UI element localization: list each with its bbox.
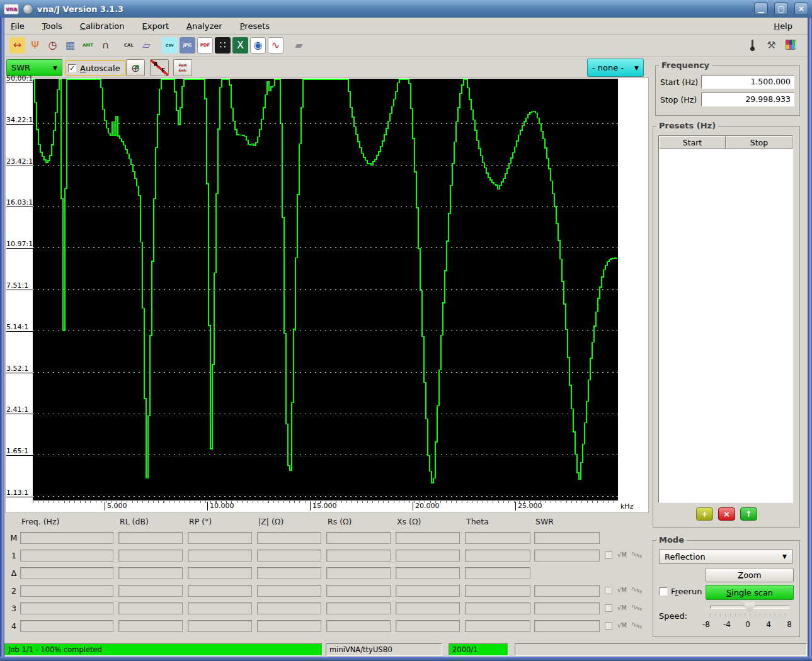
marker-value-field[interactable] [257,585,321,597]
export-jpg-icon[interactable]: JPG [180,37,195,54]
marker-value-field[interactable] [534,620,600,632]
marker-value-field[interactable] [326,602,391,614]
marker-value-field[interactable] [20,567,113,579]
marker-value-field[interactable] [465,567,530,579]
marker-value-field[interactable] [118,550,183,562]
export-xls-icon[interactable]: X [232,37,248,54]
scale-letters-icon[interactable]: AMT [80,37,96,54]
marker-value-field[interactable] [118,532,183,544]
marker-value-field[interactable] [257,602,321,614]
menu-export[interactable]: Export [142,21,169,31]
presets-stop-header[interactable]: Stop [726,136,792,149]
menu-analyzer[interactable]: Analyzer [186,21,222,31]
antenna-icon[interactable]: Ψ [27,37,43,54]
freerun-control[interactable]: Freerun [659,587,702,596]
marker-value-field[interactable] [118,567,183,579]
freerun-checkbox[interactable] [659,587,667,596]
rf-toggle-button[interactable]: R F [150,59,169,76]
menu-file[interactable]: File [11,21,25,31]
autoscale-control[interactable]: ✓ Autoscale [65,60,126,76]
window-menu-icon[interactable] [23,4,33,14]
smith-chart-button[interactable]: ⊕ [126,59,145,76]
stop-frequency-field[interactable]: 29.998.933 [701,93,794,106]
marker-value-field[interactable] [188,567,252,579]
start-frequency-field[interactable]: 1.500.000 [701,75,794,89]
calculator-icon[interactable]: ▦ [62,37,78,54]
marker-value-field[interactable] [534,585,600,597]
export-chart-icon[interactable]: ∿ [268,37,283,54]
marker-value-field[interactable] [118,602,183,614]
marker-enable-checkbox[interactable] [605,604,612,612]
marker-value-field[interactable] [20,532,113,544]
marker-value-field[interactable] [188,602,252,614]
export-sample-icon[interactable]: ∷ [215,37,231,54]
marker-value-field[interactable] [118,620,183,632]
close-button[interactable]: × [794,3,808,15]
marker-value-field[interactable] [465,550,530,562]
marker-value-field[interactable] [257,567,321,579]
title-bar[interactable]: vna vna/J Version 3.1.3 ▁ ▢ × [0,0,812,18]
temperature-icon[interactable] [745,37,760,54]
mode-select[interactable]: Reflection ▼ [659,549,792,564]
single-scan-button[interactable]: Single scan [706,585,794,600]
magnet-icon[interactable]: ∩ [98,37,113,54]
marker-value-field[interactable] [20,620,113,632]
presets-start-header[interactable]: Start [659,136,726,149]
tune-icon[interactable]: TUNE [631,621,643,629]
marker-value-field[interactable] [20,585,113,597]
marker-value-field[interactable] [188,532,252,544]
marker-value-field[interactable] [326,532,391,544]
delete-preset-button[interactable]: × [718,507,735,521]
port-extension-button[interactable]: Port Ext. [173,59,192,76]
clock-icon[interactable]: ◷ [45,37,60,54]
marker-value-field[interactable] [396,602,460,614]
marker-value-field[interactable] [465,585,530,597]
autoscale-checkbox[interactable]: ✓ [68,64,76,72]
add-preset-button[interactable]: + [696,507,713,521]
marker-value-field[interactable] [20,602,113,614]
presets-list[interactable] [658,135,793,503]
marker-value-field[interactable] [20,550,113,562]
marker-value-field[interactable] [326,585,391,597]
marker-value-field[interactable] [326,550,391,562]
sqrt-m-icon[interactable]: √M [617,604,627,611]
marker-value-field[interactable] [396,567,460,579]
marker-value-field[interactable] [534,532,600,544]
marker-value-field[interactable] [118,585,183,597]
eraser-icon[interactable]: ▰ [291,37,307,54]
menu-tools[interactable]: Tools [42,21,62,31]
minimize-button[interactable]: ▁ [754,3,768,15]
menu-calibration[interactable]: Calibration [80,21,125,31]
marker-value-field[interactable] [396,550,460,562]
marker-value-field[interactable] [326,567,391,579]
frequency-range-icon[interactable]: ↔ [9,37,25,54]
left-scale-select[interactable]: SWR ▼ [6,59,62,76]
marker-value-field[interactable] [396,532,460,544]
marker-value-field[interactable] [257,620,321,632]
marker-value-field[interactable] [188,585,252,597]
marker-enable-checkbox[interactable] [605,551,612,559]
settings-icon[interactable]: ⚒ [763,37,779,54]
marker-value-field[interactable] [396,620,460,632]
marker-value-field[interactable] [534,550,600,562]
export-pdf-icon[interactable]: PDF [197,37,213,54]
marker-value-field[interactable] [396,585,460,597]
zoom-button[interactable]: Zoom [706,568,794,582]
menu-help[interactable]: Help [774,21,792,31]
marker-value-field[interactable] [257,532,321,544]
load-preset-button[interactable]: ↑ [740,507,757,521]
marker-value-field[interactable] [326,620,391,632]
sqrt-m-icon[interactable]: √M [617,622,627,629]
tune-icon[interactable]: TUNE [631,604,643,611]
restore-button[interactable]: ▢ [774,3,788,15]
sqrt-m-icon[interactable]: √M [617,551,627,558]
tune-icon[interactable]: TUNE [631,586,643,594]
marker-value-field[interactable] [465,532,530,544]
marker-value-field[interactable] [257,550,321,562]
export-report-icon[interactable]: ◉ [250,37,266,54]
marker-value-field[interactable] [188,620,252,632]
marker-value-field[interactable] [465,620,530,632]
color-scheme-icon[interactable] [785,40,796,50]
sqrt-m-icon[interactable]: √M [617,587,627,594]
right-scale-select[interactable]: - none - ▼ [587,59,644,77]
